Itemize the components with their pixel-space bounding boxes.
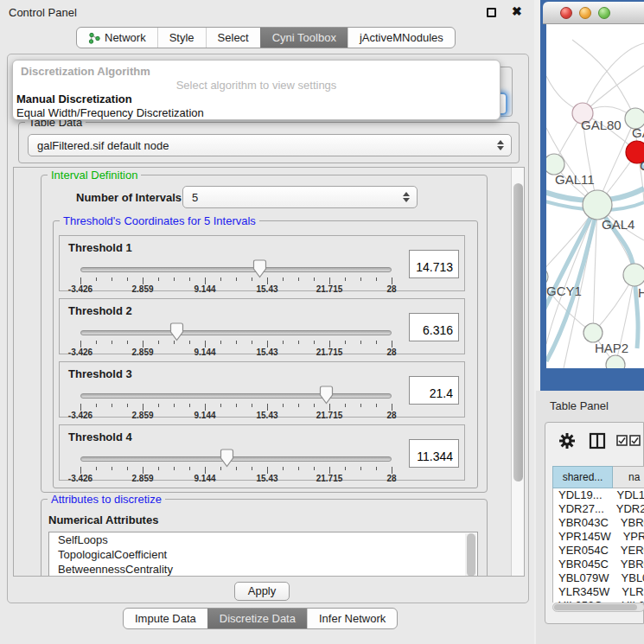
threshold-1-slider[interactable]: -3.4262.8599.14415.4321.71528 — [60, 236, 405, 292]
threshold-4-slider[interactable]: -3.4262.8599.14415.4321.71528 — [60, 425, 405, 481]
slider-handle[interactable] — [252, 259, 267, 278]
table-row[interactable]: YBR043CYBR0 — [553, 516, 644, 530]
slider-track[interactable] — [80, 393, 392, 399]
scale-label: 9.144 — [186, 348, 224, 357]
settings-scroll-area: Interval Definition Number of Intervals … — [13, 167, 525, 577]
scale-label: 9.144 — [186, 474, 224, 483]
tab-select[interactable]: Select — [206, 28, 260, 48]
list-item[interactable]: BetweennessCentrality — [49, 562, 477, 577]
scale-label: 21.715 — [310, 284, 348, 294]
node-bottom[interactable] — [606, 355, 625, 368]
gear-icon[interactable] — [558, 431, 577, 450]
slider-handle[interactable] — [169, 322, 184, 341]
scale-label: -3.426 — [61, 284, 99, 294]
combo-arrows-icon — [497, 140, 504, 150]
scale-label: 2.859 — [124, 284, 162, 294]
tab-discretize-data[interactable]: Discretize Data — [207, 609, 307, 628]
checkbox-icon[interactable] — [616, 435, 628, 446]
table-row[interactable]: YDR27...YDR2 — [553, 502, 644, 516]
table-row[interactable]: YLR345WYLR3 — [553, 585, 644, 599]
node-hap2[interactable] — [583, 323, 603, 342]
threshold-2-panel: Threshold 2 -3.4262.8599.14415.4321.7152… — [59, 298, 465, 354]
combo-arrows-icon — [403, 192, 410, 202]
table-row[interactable]: YDL19...YDL1 — [553, 488, 644, 502]
option-equal-width-frequency[interactable]: Equal Width/Frequency Discretization — [15, 106, 206, 119]
close-icon[interactable]: ✖ — [512, 4, 522, 18]
threshold-2-value-field[interactable] — [409, 313, 459, 341]
threshold-1-value-field[interactable] — [409, 250, 459, 278]
scale-label: 28 — [373, 284, 411, 294]
number-of-intervals-combobox[interactable]: 5 — [182, 186, 418, 208]
table-row[interactable]: YPR145WYPR1 — [553, 530, 644, 544]
discretization-algorithm-title: Discretization Algorithm — [21, 65, 150, 78]
threshold-3-value-field[interactable] — [409, 376, 459, 405]
network-view-window: GAL80 GA C GAL11 GAL4 GCY1 H HAP2 — [540, 0, 644, 391]
node-gal4[interactable] — [583, 190, 612, 220]
table-data-combobox[interactable]: galFiltered.sif default node — [28, 134, 512, 156]
scale-label: 15.43 — [248, 284, 286, 294]
node-partial-h[interactable] — [623, 264, 644, 286]
scrollbar-thumb[interactable] — [513, 183, 523, 481]
tab-cyni-toolbox[interactable]: Cyni Toolbox — [260, 28, 348, 48]
table-data-value: galFiltered.sif default node — [37, 139, 169, 152]
network-window-titlebar[interactable] — [543, 2, 644, 24]
table-row[interactable]: YBR045CYBR0 — [553, 558, 644, 571]
tab-jactivemnodules[interactable]: jActiveMNodules — [348, 28, 455, 48]
scale-label: 28 — [373, 474, 411, 483]
checkbox-icon[interactable] — [629, 435, 641, 446]
scale-label: -3.426 — [61, 348, 99, 357]
algorithm-placeholder: Select algorithm to view settings — [13, 79, 500, 92]
column-header-name[interactable]: na — [613, 466, 644, 488]
threshold-4-value-field[interactable] — [409, 439, 459, 468]
algorithm-dropdown-popup: Discretization Algorithm Select algorith… — [12, 60, 501, 120]
table-panel-region: Table Panel shared... na — [536, 391, 644, 644]
thresholds-group-title: Threshold's Coordinates for 5 Intervals — [60, 214, 259, 227]
tab-style[interactable]: Style — [157, 28, 206, 48]
slider-handle[interactable] — [220, 449, 234, 468]
numerical-attributes-list: SelfLoops TopologicalCoefficient Between… — [48, 532, 478, 577]
node-label-partial-h: H — [638, 285, 644, 300]
column-layout-icon[interactable] — [589, 432, 606, 450]
minimize-traffic-light[interactable] — [579, 7, 591, 19]
control-panel: Control Panel ✖ Network Style Select Cyn… — [0, 0, 534, 644]
slider-track[interactable] — [80, 330, 392, 335]
threshold-3-slider[interactable]: -3.4262.8599.14415.4321.71528 — [60, 362, 405, 418]
close-traffic-light[interactable] — [560, 7, 572, 19]
apply-button[interactable]: Apply — [234, 582, 290, 601]
scale-label: 2.859 — [124, 411, 162, 420]
list-item[interactable]: TopologicalCoefficient — [49, 547, 477, 562]
slider-handle[interactable] — [319, 386, 334, 405]
option-manual-discretization[interactable]: Manual Discretization — [15, 92, 134, 105]
tab-network[interactable]: Network — [77, 28, 157, 48]
table-row[interactable]: YBL079WYBL0 — [553, 571, 644, 585]
threshold-3-panel: Threshold 3 -3.4262.8599.14415.4321.7152… — [59, 361, 465, 418]
scrollbar-thumb[interactable] — [554, 604, 637, 610]
zoom-traffic-light[interactable] — [598, 7, 610, 19]
threshold-2-slider[interactable]: -3.4262.8599.14415.4321.71528 — [60, 299, 405, 355]
table-header-row: shared... na — [552, 466, 644, 488]
table-panel-title: Table Panel — [550, 399, 609, 412]
scale-label: 15.43 — [248, 411, 286, 420]
slider-track[interactable] — [80, 456, 392, 462]
attributes-scrollbar[interactable] — [465, 533, 476, 577]
tab-infer-network[interactable]: Infer Network — [307, 609, 397, 628]
tab-impute-data[interactable]: Impute Data — [124, 609, 207, 628]
column-header-shared-name[interactable]: shared... — [552, 466, 613, 488]
scale-label: -3.426 — [61, 411, 99, 420]
node-label-gcy1: GCY1 — [546, 284, 582, 298]
table-row[interactable]: YER054CYER0 — [553, 544, 644, 558]
number-of-intervals-label: Number of Intervals — [76, 191, 182, 204]
slider-track[interactable] — [80, 267, 392, 272]
list-item[interactable]: SelfLoops — [49, 532, 477, 547]
scale-label: 21.715 — [310, 348, 348, 357]
threshold-1-panel: Threshold 1 -3.4262.8599.14415.4321.7152… — [59, 235, 465, 291]
scale-label: 9.144 — [186, 411, 224, 420]
network-canvas[interactable]: GAL80 GA C GAL11 GAL4 GCY1 H HAP2 — [546, 24, 644, 368]
horizontal-scrollbar[interactable] — [552, 603, 644, 612]
float-window-icon[interactable] — [487, 8, 496, 17]
node-label-hap2: HAP2 — [595, 341, 628, 355]
top-tab-bar: Network Style Select Cyni Toolbox jActiv… — [76, 27, 456, 48]
scale-label: 9.144 — [186, 284, 224, 294]
network-icon — [88, 32, 100, 44]
vertical-scrollbar[interactable] — [511, 168, 524, 576]
